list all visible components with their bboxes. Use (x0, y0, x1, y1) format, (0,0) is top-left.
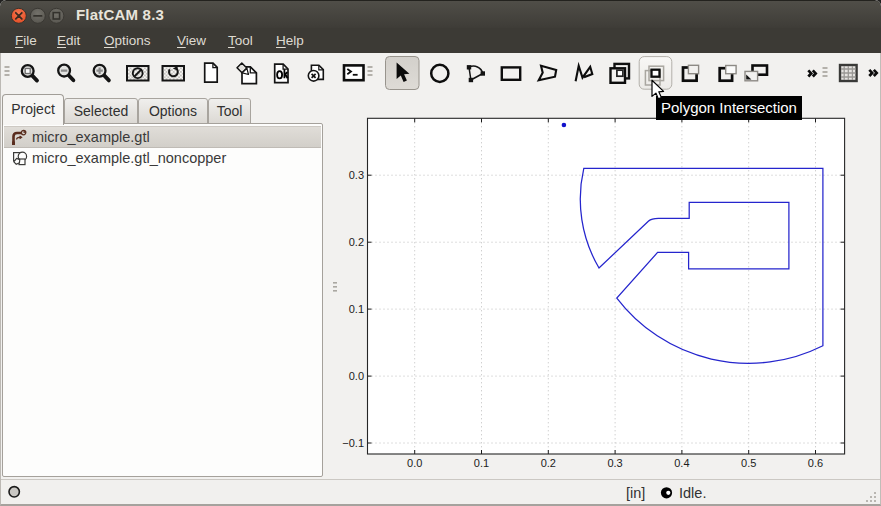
svg-text:0.4: 0.4 (674, 457, 689, 469)
svg-text:0.2: 0.2 (349, 236, 364, 248)
svg-text:0.2: 0.2 (541, 457, 556, 469)
svg-text:0.0: 0.0 (407, 457, 422, 469)
svg-text:0.5: 0.5 (741, 457, 756, 469)
svg-text:0.1: 0.1 (474, 457, 489, 469)
svg-text:0.1: 0.1 (349, 303, 364, 315)
svg-text:−0.1: −0.1 (342, 437, 364, 449)
svg-text:0.3: 0.3 (607, 457, 622, 469)
svg-text:0.3: 0.3 (349, 169, 364, 181)
svg-text:0.0: 0.0 (349, 370, 364, 382)
svg-text:0.6: 0.6 (808, 457, 823, 469)
